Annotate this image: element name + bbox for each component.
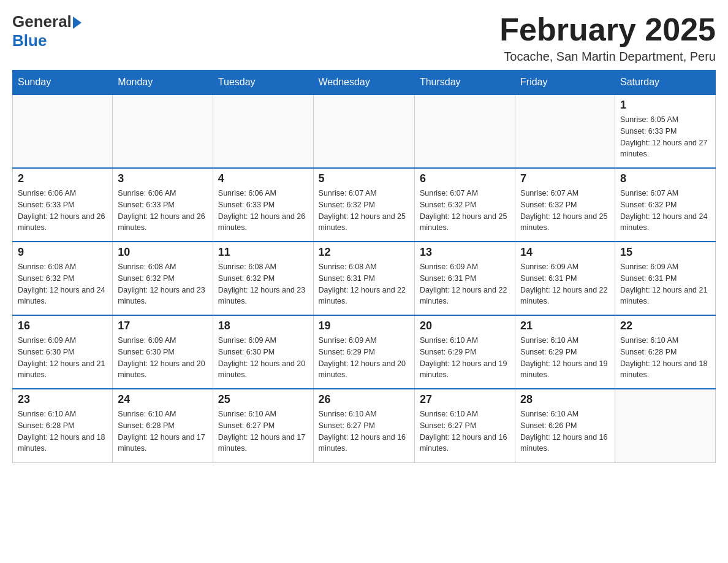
calendar-cell: 13Sunrise: 6:09 AM Sunset: 6:31 PM Dayli… (414, 242, 515, 315)
calendar-week-row-2: 2Sunrise: 6:06 AM Sunset: 6:33 PM Daylig… (13, 168, 716, 242)
day-number: 18 (218, 320, 308, 332)
day-number: 28 (520, 393, 610, 406)
day-info: Sunrise: 6:10 AM Sunset: 6:29 PM Dayligh… (420, 335, 510, 381)
day-number: 2 (18, 172, 107, 185)
day-number: 27 (420, 393, 510, 406)
calendar-cell: 1Sunrise: 6:05 AM Sunset: 6:33 PM Daylig… (615, 94, 715, 168)
calendar-cell: 2Sunrise: 6:06 AM Sunset: 6:33 PM Daylig… (13, 168, 113, 242)
day-number: 12 (319, 246, 409, 259)
day-number: 16 (18, 320, 107, 332)
calendar-header-friday: Friday (515, 71, 615, 95)
day-number: 10 (118, 246, 207, 259)
month-title: February 2025 (499, 12, 716, 47)
day-number: 8 (620, 172, 710, 185)
calendar-header-wednesday: Wednesday (313, 71, 414, 95)
day-info: Sunrise: 6:07 AM Sunset: 6:32 PM Dayligh… (420, 188, 510, 234)
calendar-cell: 10Sunrise: 6:08 AM Sunset: 6:32 PM Dayli… (113, 242, 213, 315)
day-info: Sunrise: 6:07 AM Sunset: 6:32 PM Dayligh… (520, 188, 610, 234)
calendar-header-tuesday: Tuesday (213, 71, 313, 95)
day-info: Sunrise: 6:08 AM Sunset: 6:32 PM Dayligh… (18, 261, 107, 307)
calendar-cell (13, 94, 113, 168)
day-info: Sunrise: 6:09 AM Sunset: 6:30 PM Dayligh… (18, 335, 107, 381)
title-block: February 2025 Tocache, San Martin Depart… (499, 12, 716, 64)
day-number: 20 (420, 320, 510, 332)
calendar-cell: 21Sunrise: 6:10 AM Sunset: 6:29 PM Dayli… (515, 315, 615, 389)
calendar-table: SundayMondayTuesdayWednesdayThursdayFrid… (12, 70, 716, 463)
day-info: Sunrise: 6:09 AM Sunset: 6:30 PM Dayligh… (218, 335, 308, 381)
day-info: Sunrise: 6:09 AM Sunset: 6:31 PM Dayligh… (620, 261, 710, 307)
calendar-cell: 18Sunrise: 6:09 AM Sunset: 6:30 PM Dayli… (213, 315, 313, 389)
day-info: Sunrise: 6:06 AM Sunset: 6:33 PM Dayligh… (18, 188, 107, 234)
calendar-cell (113, 94, 213, 168)
calendar-cell (313, 94, 414, 168)
day-info: Sunrise: 6:06 AM Sunset: 6:33 PM Dayligh… (118, 188, 207, 234)
page-header: General Blue February 2025 Tocache, San … (12, 12, 716, 64)
day-number: 21 (520, 320, 610, 332)
calendar-cell: 8Sunrise: 6:07 AM Sunset: 6:32 PM Daylig… (615, 168, 715, 242)
day-number: 15 (620, 246, 710, 259)
day-number: 17 (118, 320, 207, 332)
calendar-cell: 17Sunrise: 6:09 AM Sunset: 6:30 PM Dayli… (113, 315, 213, 389)
calendar-cell: 15Sunrise: 6:09 AM Sunset: 6:31 PM Dayli… (615, 242, 715, 315)
calendar-cell: 25Sunrise: 6:10 AM Sunset: 6:27 PM Dayli… (213, 389, 313, 462)
location-title: Tocache, San Martin Department, Peru (499, 50, 716, 64)
day-info: Sunrise: 6:07 AM Sunset: 6:32 PM Dayligh… (319, 188, 409, 234)
calendar-week-row-3: 9Sunrise: 6:08 AM Sunset: 6:32 PM Daylig… (13, 242, 716, 315)
day-info: Sunrise: 6:08 AM Sunset: 6:31 PM Dayligh… (319, 261, 409, 307)
day-number: 11 (218, 246, 308, 259)
day-info: Sunrise: 6:09 AM Sunset: 6:31 PM Dayligh… (520, 261, 610, 307)
day-info: Sunrise: 6:10 AM Sunset: 6:27 PM Dayligh… (218, 408, 308, 454)
day-number: 7 (520, 172, 610, 185)
day-info: Sunrise: 6:05 AM Sunset: 6:33 PM Dayligh… (620, 114, 710, 160)
calendar-header-sunday: Sunday (13, 71, 113, 95)
day-number: 9 (18, 246, 107, 259)
calendar-cell: 22Sunrise: 6:10 AM Sunset: 6:28 PM Dayli… (615, 315, 715, 389)
day-info: Sunrise: 6:10 AM Sunset: 6:28 PM Dayligh… (620, 335, 710, 381)
calendar-header-thursday: Thursday (414, 71, 515, 95)
calendar-cell: 6Sunrise: 6:07 AM Sunset: 6:32 PM Daylig… (414, 168, 515, 242)
day-number: 13 (420, 246, 510, 259)
calendar-header-saturday: Saturday (615, 71, 715, 95)
day-number: 1 (620, 99, 710, 112)
calendar-cell: 12Sunrise: 6:08 AM Sunset: 6:31 PM Dayli… (313, 242, 414, 315)
calendar-cell: 28Sunrise: 6:10 AM Sunset: 6:26 PM Dayli… (515, 389, 615, 462)
day-number: 25 (218, 393, 308, 406)
calendar-cell: 3Sunrise: 6:06 AM Sunset: 6:33 PM Daylig… (113, 168, 213, 242)
day-info: Sunrise: 6:10 AM Sunset: 6:27 PM Dayligh… (420, 408, 510, 454)
day-info: Sunrise: 6:08 AM Sunset: 6:32 PM Dayligh… (218, 261, 308, 307)
calendar-cell: 7Sunrise: 6:07 AM Sunset: 6:32 PM Daylig… (515, 168, 615, 242)
day-info: Sunrise: 6:10 AM Sunset: 6:26 PM Dayligh… (520, 408, 610, 454)
day-info: Sunrise: 6:09 AM Sunset: 6:31 PM Dayligh… (420, 261, 510, 307)
day-info: Sunrise: 6:08 AM Sunset: 6:32 PM Dayligh… (118, 261, 207, 307)
day-info: Sunrise: 6:09 AM Sunset: 6:30 PM Dayligh… (118, 335, 207, 381)
day-info: Sunrise: 6:06 AM Sunset: 6:33 PM Dayligh… (218, 188, 308, 234)
calendar-cell: 9Sunrise: 6:08 AM Sunset: 6:32 PM Daylig… (13, 242, 113, 315)
calendar-header-row: SundayMondayTuesdayWednesdayThursdayFrid… (13, 71, 716, 95)
day-number: 19 (319, 320, 409, 332)
calendar-cell (515, 94, 615, 168)
day-info: Sunrise: 6:10 AM Sunset: 6:27 PM Dayligh… (319, 408, 409, 454)
day-info: Sunrise: 6:10 AM Sunset: 6:29 PM Dayligh… (520, 335, 610, 381)
calendar-header-monday: Monday (113, 71, 213, 95)
calendar-cell: 16Sunrise: 6:09 AM Sunset: 6:30 PM Dayli… (13, 315, 113, 389)
logo: General Blue (12, 12, 82, 50)
day-info: Sunrise: 6:09 AM Sunset: 6:29 PM Dayligh… (319, 335, 409, 381)
day-info: Sunrise: 6:10 AM Sunset: 6:28 PM Dayligh… (118, 408, 207, 454)
calendar-cell: 24Sunrise: 6:10 AM Sunset: 6:28 PM Dayli… (113, 389, 213, 462)
calendar-cell: 4Sunrise: 6:06 AM Sunset: 6:33 PM Daylig… (213, 168, 313, 242)
calendar-cell: 19Sunrise: 6:09 AM Sunset: 6:29 PM Dayli… (313, 315, 414, 389)
calendar-cell: 26Sunrise: 6:10 AM Sunset: 6:27 PM Dayli… (313, 389, 414, 462)
day-number: 26 (319, 393, 409, 406)
day-number: 23 (18, 393, 107, 406)
calendar-cell: 14Sunrise: 6:09 AM Sunset: 6:31 PM Dayli… (515, 242, 615, 315)
calendar-cell: 11Sunrise: 6:08 AM Sunset: 6:32 PM Dayli… (213, 242, 313, 315)
calendar-cell: 27Sunrise: 6:10 AM Sunset: 6:27 PM Dayli… (414, 389, 515, 462)
day-number: 6 (420, 172, 510, 185)
calendar-week-row-4: 16Sunrise: 6:09 AM Sunset: 6:30 PM Dayli… (13, 315, 716, 389)
calendar-cell (615, 389, 715, 462)
calendar-cell (414, 94, 515, 168)
day-info: Sunrise: 6:07 AM Sunset: 6:32 PM Dayligh… (620, 188, 710, 234)
calendar-cell: 20Sunrise: 6:10 AM Sunset: 6:29 PM Dayli… (414, 315, 515, 389)
day-number: 4 (218, 172, 308, 185)
calendar-cell: 5Sunrise: 6:07 AM Sunset: 6:32 PM Daylig… (313, 168, 414, 242)
